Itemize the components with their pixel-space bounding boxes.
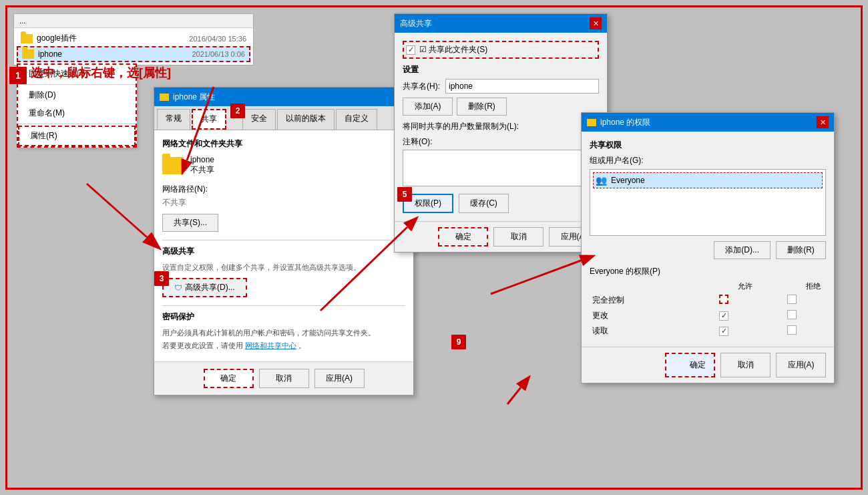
adv-settings-title: 设置	[403, 64, 599, 75]
advanced-titlebar: 高级共享 4 ✕	[395, 14, 607, 33]
perm-ok-button[interactable]: 确定	[665, 353, 715, 377]
perm-row-read: 读取	[590, 323, 826, 339]
file-panel-header: ...	[14, 14, 253, 28]
adv-add-button[interactable]: 添加(A)	[403, 98, 453, 116]
perm-section-title: 共享权限	[590, 140, 826, 151]
file-date-iphone: 2021/06/13 0:06	[192, 50, 245, 58]
perm-header-name	[590, 280, 690, 293]
permissions-title-text: iphone 的权限	[600, 117, 650, 128]
permissions-content: 共享权限 组或用户名(G): 👥 Everyone 添加(D)... 删除(R)…	[582, 132, 834, 347]
perm-row-fullcontrol: 完全控制	[590, 293, 826, 308]
context-menu-delete[interactable]: 删除(D)	[18, 86, 136, 104]
advanced-share-desc: 设置自定义权限，创建多个共享，并设置其他高级共享选项。	[162, 263, 405, 273]
share-folder-checkbox-row: ☑ 共享此文件夹(S)	[403, 41, 599, 59]
perm-change-allow-checkbox[interactable]	[719, 311, 728, 321]
advanced-share-section: 高级共享 设置自定义权限，创建多个共享，并设置其他高级共享选项。 3 🛡 高级共…	[162, 240, 405, 297]
step9-badge: 9	[451, 335, 466, 349]
share-name-label: 共享名(H):	[403, 81, 440, 92]
permissions-folder-icon	[587, 119, 596, 126]
perm-cancel-button[interactable]: 取消	[720, 353, 771, 377]
perm-change-deny-checkbox[interactable]	[787, 310, 797, 319]
perm-user-label: 组或用户名(G):	[590, 155, 826, 166]
adv-limit-label: 将同时共享的用户数量限制为(L):	[403, 121, 519, 132]
folder-icon-iphone	[22, 49, 34, 59]
advanced-share-button[interactable]: 🛡 高级共享(D)...	[162, 278, 247, 297]
perm-name-fullcontrol: 完全控制	[590, 293, 690, 308]
perm-fullcontrol-deny-checkbox[interactable]	[787, 295, 797, 304]
tab-security[interactable]: 安全	[242, 109, 276, 130]
advanced-share-title: 高级共享	[162, 246, 405, 257]
tab-custom[interactable]: 自定义	[336, 109, 377, 130]
adv-cancel-button[interactable]: 取消	[493, 227, 544, 246]
perm-apply-button[interactable]: 应用(A)	[776, 353, 826, 377]
file-date-google: 2016/04/30 15:36	[189, 35, 246, 43]
properties-folder-icon	[160, 94, 169, 101]
step3-badge: 3	[154, 271, 169, 286]
perm-allow-change	[690, 308, 758, 323]
network-path-label: 网络路径(N):	[162, 184, 405, 195]
context-menu-rename[interactable]: 重命名(M)	[18, 104, 136, 122]
perm-permissions-title: Everyone 的权限(P)	[590, 266, 826, 277]
permissions-close-button[interactable]: ✕	[817, 116, 829, 128]
advanced-share-btn-container: 3 🛡 高级共享(D)...	[162, 278, 247, 297]
adv-remove-button[interactable]: 删除(R)	[457, 98, 507, 116]
shield-icon: 🛡	[174, 283, 182, 293]
adv-perm-cache-row: 5 权限(P) 缓存(C)	[403, 194, 599, 213]
share-button-row: 共享(S)...	[162, 214, 405, 232]
share-name-input[interactable]	[445, 79, 599, 94]
perm-remove-button[interactable]: 删除(R)	[776, 241, 826, 259]
properties-ok-button[interactable]: 确定	[204, 369, 254, 388]
tab-previous[interactable]: 以前的版本	[277, 109, 335, 130]
perm-read-allow-checkbox[interactable]	[719, 327, 728, 336]
perm-add-remove-row: 添加(D)... 删除(R)	[590, 241, 826, 259]
properties-titlebar: iphone 属性 ✕	[154, 88, 413, 106]
adv-comment-textarea[interactable]	[403, 150, 599, 186]
step2-badge: 2	[230, 104, 245, 118]
share-folder-label: ☑ 共享此文件夹(S)	[419, 44, 487, 55]
perm-header-allow: 允许	[690, 280, 758, 293]
password-desc2: 若要更改此设置，请使用 网络和共享中心 。	[162, 341, 405, 351]
properties-cancel-button[interactable]: 取消	[259, 369, 309, 388]
network-center-link[interactable]: 网络和共享中心	[245, 341, 296, 349]
perm-allow-fullcontrol	[690, 293, 758, 308]
adv-add-remove-row: 添加(A) 删除(R)	[403, 98, 599, 116]
password-title: 密码保护	[162, 311, 405, 323]
perm-allow-read	[690, 323, 758, 339]
desktop: 1 选中，鼠标右键，选[属性] ... google插件 2016/04/30 …	[0, 0, 868, 495]
file-list: google插件 2016/04/30 15:36 iphone 2021/06…	[14, 28, 253, 65]
share-folder-checkbox[interactable]	[406, 45, 415, 55]
properties-apply-button[interactable]: 应用(A)	[314, 369, 365, 388]
perm-user-everyone[interactable]: 👥 Everyone	[593, 172, 823, 188]
properties-footer: 确定 9 取消 应用(A)	[154, 361, 413, 395]
permissions-footer: 7 确定 取消 应用(A)	[582, 347, 834, 383]
properties-title-text: iphone 属性	[173, 92, 215, 103]
perm-name-change: 更改	[590, 308, 690, 323]
file-name-google: google插件	[37, 33, 185, 44]
password-section: 密码保护 用户必须具有此计算机的用户帐户和密码，才能访问共享文件夹。 若要更改此…	[162, 305, 405, 351]
context-menu-properties[interactable]: 属性(R)	[18, 126, 136, 146]
perm-user-name: Everyone	[611, 176, 645, 185]
tab-general[interactable]: 常规	[157, 109, 190, 130]
perm-add-button[interactable]: 添加(D)...	[714, 241, 771, 259]
properties-dialog: iphone 属性 ✕ 常规 共享 2 安全 以前的版本 自定义	[154, 87, 414, 395]
perm-deny-change	[758, 308, 826, 323]
context-menu-sep2	[18, 124, 136, 124]
step5-badge: 5	[397, 187, 412, 202]
perm-header-deny: 拒绝	[758, 280, 826, 293]
perm-fullcontrol-allow-checkbox[interactable]	[719, 295, 728, 304]
perm-name-read: 读取	[590, 323, 690, 339]
perm-deny-read	[758, 323, 826, 339]
properties-tabs: 常规 共享 2 安全 以前的版本 自定义	[154, 106, 413, 130]
permissions-table: 允许 拒绝 完全控制 更改	[590, 280, 826, 339]
permissions-titlebar: iphone 的权限 ✕	[582, 113, 834, 132]
adv-ok-button[interactable]: 确定	[438, 227, 488, 246]
share-button[interactable]: 共享(S)...	[162, 214, 218, 232]
advanced-close-button[interactable]: ✕	[590, 17, 602, 29]
tab-share[interactable]: 共享	[192, 109, 226, 130]
perm-read-deny-checkbox[interactable]	[787, 325, 797, 335]
context-menu-sep1	[18, 84, 136, 85]
adv-caching-button[interactable]: 缓存(C)	[459, 194, 509, 213]
file-item-google[interactable]: google插件 2016/04/30 15:36	[17, 31, 250, 46]
file-item-iphone[interactable]: iphone 2021/06/13 0:06	[17, 46, 250, 62]
advanced-title-group: 高级共享	[400, 18, 432, 29]
